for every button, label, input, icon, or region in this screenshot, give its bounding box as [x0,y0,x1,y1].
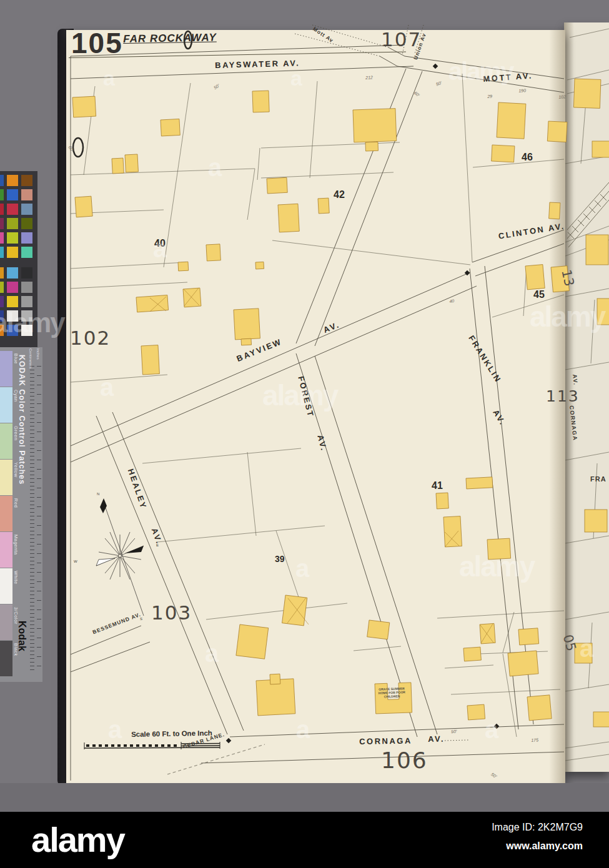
dim-50c: 50' [451,729,457,734]
kodak-patch-label: Blue [12,353,19,364]
checker-patch [21,204,32,215]
landmark-grace-summer-home: GRACE SUMMER HOME FOR POOR CHILDREN [374,686,410,699]
checker-patch [21,247,32,258]
kodak-color-control-strip: KODAK Color Control Patches Kodak Centim… [0,347,42,682]
adj-sheet-13: 13 [559,269,575,288]
alamy-watermark-letter: a [100,375,112,400]
alamy-watermark-word: alamy [459,552,534,581]
block-41: 41 [432,481,443,491]
alamy-footer-bar: alamy Image ID: 2K2M7G9 www.alamy.com [0,812,609,868]
dim-190: 190 [518,88,526,93]
sheet-number: 105 [71,29,123,57]
block-39: 39 [275,555,285,563]
kodak-patch [0,568,12,604]
alamy-watermark-letter: a [580,636,592,661]
block-46: 46 [522,152,533,162]
dim-40: 40 [449,298,454,303]
dim-29: 29 [487,94,492,99]
street-bayswater: BAYSWATER AV. [215,59,300,69]
compass-e: E [156,543,159,547]
street-cornaga-av: AV. [428,735,445,743]
alamy-url-text: www.alamy.com [506,841,583,852]
dim-102: 102 [558,94,566,99]
kodak-patch-label: Green [12,426,19,440]
checker-patch [21,175,32,186]
kodak-patch [0,387,12,423]
stock-photo-canvas: 105FAR ROCKAWAY1071021031061131305464542… [0,0,609,868]
kodak-patch [0,423,12,459]
compass-w: W [74,560,77,563]
alamy-watermark-letter: a [108,717,121,742]
block-42: 42 [334,190,345,200]
page-fold-shadow [549,30,565,783]
kodak-patch [0,604,12,640]
alamy-watermark-word: alamy [262,381,337,410]
kodak-patch [0,496,12,531]
kodak-patch-label: Yellow [12,462,19,477]
adj-sheet-106: 106 [381,749,428,772]
alamy-watermark-letter: a [205,641,217,666]
checker-patch [21,296,32,307]
alamy-watermark-letter: a [153,236,166,261]
kodak-patch-label: 3/Color [12,607,19,624]
scale-label: Scale 60 Ft. to One Inch [131,730,212,739]
checker-patch [7,175,18,186]
checker-patch [7,267,18,279]
street-cornaga: CORNAGA [359,737,412,746]
checker-patch [0,204,4,215]
adj-sheet-05: 05 [561,633,578,653]
kodak-patch-label: Magenta [12,535,19,555]
kodak-patch [0,351,12,387]
alamy-watermark-word: alamy [0,309,64,337]
checker-patch [0,232,4,244]
kodak-patch [0,532,12,568]
alamy-watermark-letter: a [290,67,301,89]
alamy-watermark-letter: a [485,717,497,742]
checker-patch [21,189,32,200]
checker-patch [21,282,32,293]
checker-patch [0,175,4,186]
checker-patch [7,247,18,258]
adj-sheet-113: 113 [546,388,580,404]
checker-patch [7,282,18,293]
kodak-ruler-label-cm: Centimeters [29,348,32,368]
kodak-title: KODAK Color Control Patches [17,355,26,604]
alamy-watermark-letter: a [103,67,114,89]
checker-patch [0,267,4,279]
checker-patch [21,232,32,244]
alamy-watermark-letter: a [208,155,220,180]
kodak-patch-label: White [12,571,19,584]
checker-patch [21,218,32,229]
alamy-watermark-letter: a [295,556,308,581]
kodak-patch [0,641,12,676]
kodak-patch [0,460,12,495]
kodak-patch-label: Red [12,498,19,508]
dim-212: 212 [365,75,373,80]
checker-patch [7,232,18,244]
kodak-patch-label: Cyan [12,390,19,402]
street-fra: FRA [590,476,607,483]
street-cornaga-next-av: AV. [572,374,578,386]
alamy-watermark-word: alamy [530,302,605,331]
checker-patch [0,218,4,229]
adj-sheet-102: 102 [70,328,111,348]
image-id-text: Image ID: 2K2M7G9 [492,822,583,833]
compass-n: N [97,492,99,496]
checker-patch [7,218,18,229]
block-45: 45 [533,290,545,300]
alamy-watermark-letter: a [296,717,309,742]
checker-patch [0,247,4,258]
alamy-watermark-word: alamy [448,59,513,84]
checker-patch [7,204,18,215]
alamy-logo: alamy [31,819,124,860]
checker-patch [0,189,4,200]
kodak-ruler-in [37,366,41,673]
background-band [0,783,609,812]
checker-patch [21,267,32,279]
checker-patch [0,296,4,307]
dim-175: 175 [531,737,538,742]
compass-s: S [140,617,142,621]
adj-sheet-103: 103 [151,603,192,623]
kodak-ruler-label-in: Inches [36,348,40,360]
checker-patch [0,282,4,293]
